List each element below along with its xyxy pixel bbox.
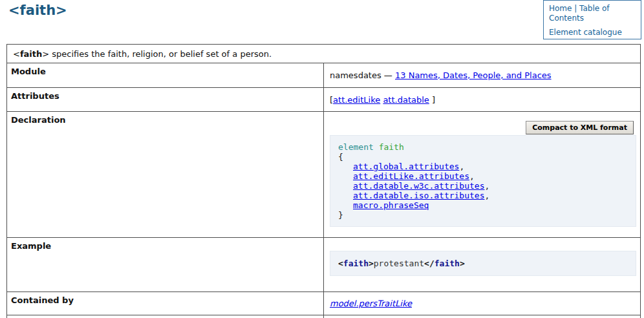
ex-close-gt: >: [460, 259, 465, 268]
declaration-cell: Compact to XML format element faith { at…: [324, 112, 641, 238]
code-close-brace: }: [338, 210, 628, 220]
example-cell: <faith>protestant</faith>: [324, 238, 641, 292]
declaration-toolbar: Compact to XML format: [324, 121, 634, 134]
desc-close-bracket: >: [42, 49, 49, 59]
declaration-code-block: element faith { att.global.attributes, a…: [330, 135, 636, 227]
code-element-name: faith: [379, 142, 404, 152]
ex-open-lt: <: [338, 259, 343, 268]
nav-row-top: Home | Table of Contents: [549, 4, 636, 23]
element-spec-table: <faith> specifies the faith, religion, o…: [6, 44, 641, 318]
code-ref-line: att.datable.iso.attributes,: [353, 191, 628, 200]
element-catalogue-link[interactable]: Element catalogue: [549, 28, 622, 37]
desc-text: specifies the faith, religion, or belief…: [49, 49, 272, 59]
code-comma: ,: [485, 181, 490, 191]
nav-separator: |: [572, 4, 579, 13]
desc-tag-name: faith: [20, 49, 42, 59]
page-title: <faith>: [8, 3, 67, 18]
declaration-row: Declaration Compact to XML format elemen…: [7, 112, 641, 238]
module-chapter-link[interactable]: 13 Names, Dates, People, and Places: [395, 70, 552, 80]
module-value: namesdates — 13 Names, Dates, People, an…: [324, 63, 641, 88]
att-datable-link[interactable]: att.datable: [383, 95, 429, 105]
att-global-attributes-link[interactable]: att.global.attributes: [353, 162, 459, 171]
att-editLike-attributes-link[interactable]: att.editLike.attributes: [353, 171, 469, 181]
home-link[interactable]: Home: [549, 4, 572, 13]
code-ref-line: att.editLike.attributes,: [353, 171, 628, 181]
code-open-brace: {: [338, 152, 628, 162]
compact-to-xml-button[interactable]: Compact to XML format: [526, 121, 634, 134]
nav-row-bottom: Element catalogue: [549, 28, 636, 37]
att-editLike-link[interactable]: att.editLike: [333, 95, 380, 105]
code-line-element: element faith: [338, 142, 628, 152]
nav-box: Home | Table of Contents Element catalog…: [543, 0, 641, 39]
element-description: <faith> specifies the faith, religion, o…: [7, 45, 641, 63]
ex-close-tag: faith: [435, 259, 460, 268]
example-label: Example: [7, 238, 324, 292]
ex-content: protestant: [374, 259, 424, 268]
ex-close-lt: </: [424, 259, 435, 268]
module-name: namesdates —: [330, 70, 395, 80]
att-datable-w3c-attributes-link[interactable]: att.datable.w3c.attributes: [353, 181, 485, 191]
att-datable-iso-attributes-link[interactable]: att.datable.iso.attributes: [353, 191, 485, 200]
attributes-value: [att.editLike att.datable ]: [324, 88, 641, 112]
desc-open-bracket: <: [13, 49, 20, 59]
attributes-row: Attributes [att.editLike att.datable ]: [7, 88, 641, 112]
code-comma: ,: [469, 171, 475, 181]
example-row: Example <faith>protestant</faith>: [7, 238, 641, 292]
code-ref-line: macro.phraseSeq: [353, 200, 628, 210]
code-comma: ,: [485, 191, 490, 200]
code-ref-line: att.global.attributes,: [353, 162, 628, 171]
contained-by-value: model.persTraitLike: [324, 292, 641, 315]
next-row-value: [324, 315, 641, 318]
description-row: <faith> specifies the faith, religion, o…: [7, 45, 641, 63]
code-ref-line: att.datable.w3c.attributes,: [353, 181, 628, 191]
ex-open-tag: faith: [343, 259, 369, 268]
attr-close-bracket: ]: [429, 95, 435, 105]
code-keyword: element: [338, 142, 374, 152]
module-row: Module namesdates — 13 Names, Dates, Peo…: [7, 63, 641, 88]
code-comma: ,: [459, 162, 464, 171]
next-row-partial: [7, 315, 641, 318]
example-code-block: <faith>protestant</faith>: [330, 251, 636, 276]
model-persTraitLike-link[interactable]: model.persTraitLike: [330, 299, 412, 308]
ex-open-gt: >: [369, 259, 374, 268]
declaration-label: Declaration: [7, 112, 324, 238]
contained-by-label: Contained by: [7, 292, 324, 315]
module-label: Module: [7, 63, 324, 88]
attributes-label: Attributes: [7, 88, 324, 112]
macro-phraseSeq-link[interactable]: macro.phraseSeq: [353, 200, 429, 210]
next-row-label: [7, 315, 324, 318]
contained-by-row: Contained by model.persTraitLike: [7, 292, 641, 315]
